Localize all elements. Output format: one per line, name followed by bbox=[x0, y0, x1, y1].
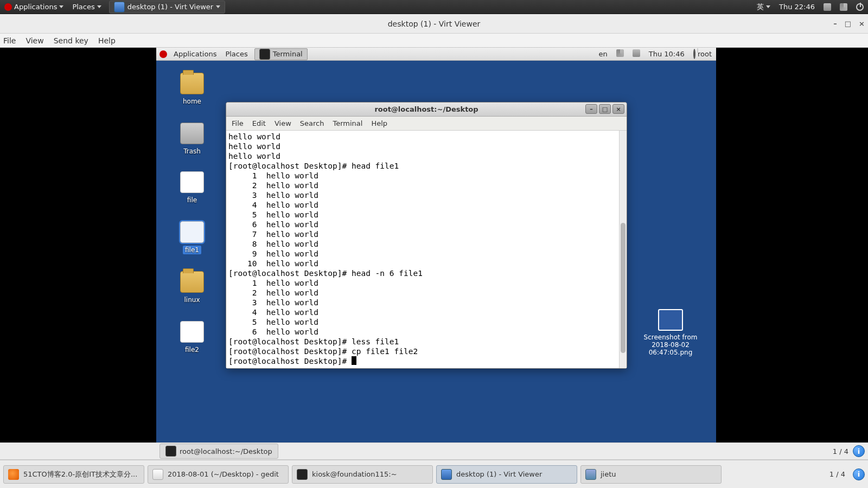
workspace-indicator[interactable]: 1 / 4 bbox=[833, 447, 848, 455]
vv-menu-help[interactable]: Help bbox=[98, 36, 116, 45]
letterbox-right bbox=[716, 48, 868, 442]
window-maximize-button[interactable]: □ bbox=[845, 20, 851, 28]
task-firefox[interactable]: 51CTO博客2.0-原创IT技术文章分... bbox=[3, 465, 144, 484]
task-label: 2018-08-01 (~/Desktop) - gedit bbox=[168, 470, 279, 478]
vv-menu-file[interactable]: File bbox=[3, 36, 16, 45]
virt-viewer-icon bbox=[114, 2, 125, 12]
caret-down-icon bbox=[766, 5, 770, 8]
host-task-label: desktop (1) - Virt Viewer bbox=[127, 3, 213, 11]
host-mid-taskbar: root@localhost:~/Desktop 1 / 4 i bbox=[0, 442, 868, 460]
terminal-menu-terminal[interactable]: Terminal bbox=[333, 119, 362, 127]
terminal-minimize-button[interactable]: – bbox=[585, 104, 597, 114]
host-applications-label: Applications bbox=[14, 3, 57, 11]
mid-task-terminal[interactable]: root@localhost:~/Desktop bbox=[159, 444, 278, 459]
virt-viewer-titlebar[interactable]: desktop (1) - Virt Viewer – □ × bbox=[0, 14, 868, 34]
host-applications-menu[interactable]: Applications bbox=[0, 3, 68, 11]
workspace-indicator[interactable]: 1 / 4 bbox=[829, 470, 845, 478]
guest-top-panel: Applications Places Terminal en Thu 10:4… bbox=[156, 48, 716, 61]
terminal-menu-file[interactable]: File bbox=[232, 119, 244, 127]
terminal-maximize-button[interactable]: □ bbox=[599, 104, 611, 114]
desktop-icon-file1[interactable]: file1 bbox=[169, 221, 215, 254]
guest-places-menu[interactable]: Places bbox=[221, 50, 252, 58]
host-active-task[interactable]: desktop (1) - Virt Viewer bbox=[109, 1, 225, 14]
info-icon[interactable]: i bbox=[853, 468, 865, 480]
terminal-menu-search[interactable]: Search bbox=[300, 119, 324, 127]
terminal-menu-help[interactable]: Help bbox=[371, 119, 387, 127]
terminal-titlebar[interactable]: root@localhost:~/Desktop – □ × bbox=[226, 102, 627, 117]
terminal-icon bbox=[165, 446, 176, 457]
guest-network-icon[interactable] bbox=[628, 49, 644, 59]
scrollbar-thumb[interactable] bbox=[621, 223, 626, 353]
virt-viewer-menubar: File View Send key Help bbox=[0, 34, 868, 48]
gedit-icon bbox=[152, 469, 163, 480]
terminal-icon bbox=[297, 469, 308, 480]
terminal-close-button[interactable]: × bbox=[612, 104, 624, 114]
desktop-icon-screenshot[interactable]: Screenshot from 2018-08-02 06:47:05.png bbox=[638, 309, 703, 356]
icon-label: file bbox=[185, 196, 199, 204]
guest-applications-menu[interactable]: Applications bbox=[169, 50, 221, 58]
guest-clock[interactable]: Thu 10:46 bbox=[644, 50, 689, 58]
info-icon[interactable]: i bbox=[853, 445, 865, 457]
desktop-icon-home[interactable]: home bbox=[169, 73, 215, 106]
host-bottom-taskbar: 51CTO博客2.0-原创IT技术文章分... 2018-08-01 (~/De… bbox=[0, 460, 868, 488]
vv-menu-view[interactable]: View bbox=[25, 36, 43, 45]
power-icon[interactable] bbox=[852, 3, 868, 11]
guest-task-terminal[interactable]: Terminal bbox=[254, 48, 308, 60]
task-gedit[interactable]: 2018-08-01 (~/Desktop) - gedit bbox=[148, 465, 289, 484]
host-top-panel: Applications Places desktop (1) - Virt V… bbox=[0, 0, 868, 14]
desktop-icon-file2[interactable]: file2 bbox=[169, 321, 215, 354]
desktop-icon-file[interactable]: file bbox=[169, 171, 215, 204]
terminal-menubar: File Edit View Search Terminal Help bbox=[226, 117, 627, 131]
vm-display-stage: Applications Places Terminal en Thu 10:4… bbox=[0, 48, 868, 442]
icon-label: Screenshot from bbox=[638, 333, 703, 341]
guest-user-menu[interactable]: root bbox=[689, 50, 716, 58]
caret-down-icon bbox=[59, 5, 63, 8]
file-icon bbox=[180, 321, 204, 343]
file-icon bbox=[180, 221, 204, 243]
redhat-icon bbox=[4, 3, 12, 11]
virt-viewer-title-label: desktop (1) - Virt Viewer bbox=[388, 20, 481, 28]
caret-down-icon bbox=[216, 5, 220, 8]
input-lang-label: 英 bbox=[757, 2, 764, 12]
task-label: 51CTO博客2.0-原创IT技术文章分... bbox=[23, 470, 137, 479]
terminal-menu-view[interactable]: View bbox=[275, 119, 291, 127]
file-icon bbox=[180, 171, 204, 193]
task-terminal[interactable]: kiosk@foundation115:~ bbox=[292, 465, 433, 484]
icon-label: file1 bbox=[183, 246, 201, 254]
task-virt-viewer[interactable]: desktop (1) - Virt Viewer bbox=[436, 465, 577, 484]
window-close-button[interactable]: × bbox=[859, 20, 865, 28]
task-label: jietu bbox=[601, 470, 616, 478]
guest-volume-icon[interactable] bbox=[612, 49, 628, 59]
terminal-output[interactable]: hello world hello world hello world [roo… bbox=[226, 131, 627, 368]
network-icon[interactable] bbox=[819, 3, 835, 11]
terminal-window[interactable]: root@localhost:~/Desktop – □ × File Edit… bbox=[226, 102, 627, 369]
virt-viewer-icon bbox=[441, 469, 452, 480]
desktop-icon-trash[interactable]: Trash bbox=[169, 123, 215, 156]
host-places-menu[interactable]: Places bbox=[68, 3, 105, 11]
desktop-icon-linux[interactable]: linux bbox=[169, 271, 215, 304]
terminal-scrollbar[interactable] bbox=[619, 131, 627, 368]
host-clock[interactable]: Thu 22:46 bbox=[775, 3, 819, 11]
icon-label: 2018-08-02 bbox=[638, 341, 703, 349]
folder-icon bbox=[180, 73, 204, 94]
icon-label: home bbox=[181, 97, 203, 106]
task-jietu[interactable]: jietu bbox=[580, 465, 722, 484]
terminal-title-label: root@localhost:~/Desktop bbox=[374, 105, 478, 113]
terminal-menu-edit[interactable]: Edit bbox=[252, 119, 266, 127]
guest-input-lang[interactable]: en bbox=[595, 50, 612, 58]
volume-icon[interactable] bbox=[835, 3, 852, 11]
task-label: desktop (1) - Virt Viewer bbox=[456, 470, 542, 478]
caret-down-icon bbox=[97, 5, 101, 8]
icon-label: Trash bbox=[181, 147, 203, 156]
window-minimize-button[interactable]: – bbox=[833, 20, 837, 28]
input-method-indicator[interactable]: 英 bbox=[752, 2, 775, 12]
power-icon bbox=[693, 49, 695, 59]
folder-icon bbox=[180, 271, 204, 293]
vv-menu-sendkey[interactable]: Send key bbox=[54, 36, 88, 45]
guest-desktop[interactable]: Applications Places Terminal en Thu 10:4… bbox=[156, 48, 716, 442]
image-icon bbox=[658, 309, 683, 331]
mid-task-label: root@localhost:~/Desktop bbox=[180, 447, 272, 455]
icon-label: 06:47:05.png bbox=[638, 349, 703, 356]
screenshot-icon bbox=[585, 469, 596, 480]
task-label: kiosk@foundation115:~ bbox=[312, 470, 397, 478]
